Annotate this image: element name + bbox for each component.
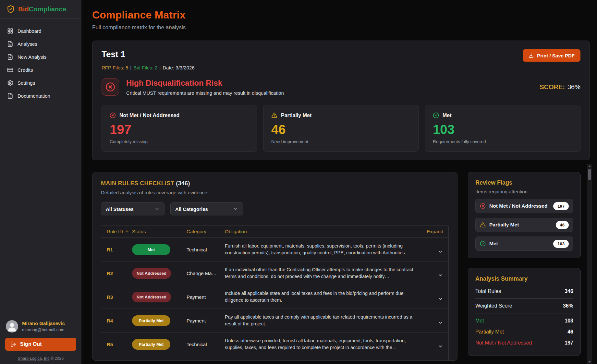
user-info: Mirano Galijasevic miranog@hotmail.com <box>5 320 76 333</box>
print-save-pdf-label: Print / Save PDF <box>537 53 575 58</box>
checklist-title: MAIN RULES CHECKLIST (346) <box>101 180 449 187</box>
sidebar-item-label: Settings <box>18 80 35 86</box>
review-flags-subtitle: Items requiring attention <box>475 189 573 194</box>
column-status[interactable]: Status <box>132 229 187 234</box>
status-filter-value: All Statuses <box>106 206 134 212</box>
status-badge: Partially Met <box>132 339 170 350</box>
sidebar-item-label: Analyses <box>18 41 37 47</box>
file-text-icon <box>7 41 13 47</box>
rule-id: R1 <box>101 247 132 252</box>
checklist-subtitle: Detailed analysis of rules coverage with… <box>101 190 449 195</box>
scroll-down-arrow[interactable] <box>587 359 592 364</box>
app-window: BidCompliance Dashboard Analyses New Ana… <box>0 0 597 364</box>
x-circle-icon <box>480 203 486 209</box>
table-row: R5 Partially Met Technical Unless otherw… <box>101 333 448 356</box>
rules-checklist-card: MAIN RULES CHECKLIST (346) Detailed anal… <box>92 172 457 361</box>
sidebar-nav: Dashboard Analyses New Analysis Credits … <box>0 18 81 108</box>
check-circle-icon <box>433 112 439 118</box>
table-row: R3 Not Addressed Payment Include all app… <box>101 285 448 309</box>
log-out-icon <box>10 341 16 347</box>
company-link[interactable]: Sharp Logica, Inc <box>18 356 49 361</box>
expand-chevron-icon[interactable] <box>438 296 443 302</box>
chevron-down-icon <box>233 206 238 212</box>
column-category[interactable]: Category <box>187 229 225 234</box>
stat-caption: Requirements fully covered <box>433 139 572 144</box>
analysis-summary-title: Analysis Summary <box>475 275 573 282</box>
rules-table: Rule ID Status Category Obligation Expan… <box>101 225 449 361</box>
stat-caption: Completely missing <box>110 139 249 144</box>
scrollbar-thumb[interactable] <box>588 169 591 180</box>
credit-card-icon <box>7 67 13 73</box>
file-plus-icon <box>7 54 13 60</box>
sidebar-item-new-analysis[interactable]: New Analysis <box>4 50 78 63</box>
flag-label: Not Met / Not Addressed <box>489 203 547 209</box>
flag-partially-met[interactable]: Partially Met 46 <box>475 218 573 232</box>
sidebar-item-documentation[interactable]: Documentation <box>4 89 78 102</box>
category-filter-dropdown[interactable]: All Categories <box>170 202 243 215</box>
scroll-up-arrow[interactable] <box>587 164 592 168</box>
print-save-pdf-button[interactable]: Print / Save PDF <box>523 49 580 62</box>
stat-value: 46 <box>271 122 411 137</box>
rule-id: R3 <box>101 294 132 300</box>
table-row-clipped <box>101 356 448 361</box>
sidebar-item-dashboard[interactable]: Dashboard <box>4 24 78 37</box>
sign-out-button[interactable]: Sign Out <box>5 338 76 351</box>
rule-category: Change Ma… <box>187 271 225 276</box>
expand-chevron-icon[interactable] <box>438 273 443 278</box>
main-content: Compliance Matrix Full compliance matrix… <box>82 0 597 364</box>
risk-title: High Disqualification Risk <box>126 79 284 88</box>
flag-label: Partially Met <box>489 222 519 228</box>
vertical-scrollbar[interactable] <box>587 164 592 364</box>
rule-obligation: Pay all applicable taxes and comply with… <box>225 314 420 327</box>
status-badge: Met <box>132 244 170 255</box>
brand-name: BidCompliance <box>18 6 66 13</box>
analysis-meta: RFP Files: 5|Bid Files: 2|Date: 3/3/2026 <box>102 65 580 70</box>
score-label: SCORE: <box>540 83 565 91</box>
rule-category: Technical <box>187 342 225 347</box>
page-subtitle: Full compliance matrix for the analysis <box>92 24 590 31</box>
shield-check-icon <box>6 5 15 13</box>
summary-row-not-met: Not Met / Not Addressed197 <box>475 337 573 348</box>
expand-chevron-icon[interactable] <box>438 344 443 349</box>
analysis-date: Date: 3/3/2026 <box>163 65 194 70</box>
column-expand: Expand <box>420 229 448 234</box>
x-circle-icon <box>110 112 116 118</box>
stat-met: Met 103 Requirements fully covered <box>425 105 580 152</box>
rule-id: R5 <box>101 342 132 347</box>
flag-count-badge: 197 <box>553 202 569 210</box>
score: SCORE:36% <box>540 83 580 91</box>
summary-row-total-rules: Total Rules346 <box>475 284 573 299</box>
analysis-summary-card: Analysis Summary Total Rules346 Weighted… <box>468 268 581 356</box>
stat-not-met: Not Met / Not Addressed 197 Completely m… <box>102 105 257 152</box>
expand-chevron-icon[interactable] <box>438 249 443 254</box>
stat-label: Met <box>443 113 452 118</box>
expand-chevron-icon[interactable] <box>438 320 443 325</box>
copyright: Sharp Logica, Inc © 2026 <box>5 356 76 361</box>
brand-logo: BidCompliance <box>0 0 81 18</box>
status-badge: Not Addressed <box>132 292 171 302</box>
rule-obligation: Include all applicable state and local t… <box>225 290 420 304</box>
sidebar-item-credits[interactable]: Credits <box>4 63 78 76</box>
stat-partially-met: Partially Met 46 Need improvement <box>263 105 419 152</box>
flag-met[interactable]: Met 103 <box>475 237 573 251</box>
column-obligation[interactable]: Obligation <box>225 229 420 234</box>
stat-label: Not Met / Not Addressed <box>119 113 179 118</box>
column-rule-id[interactable]: Rule ID <box>101 229 132 234</box>
stat-caption: Need improvement <box>271 139 411 144</box>
download-icon <box>529 53 534 58</box>
status-badge: Not Addressed <box>132 268 171 279</box>
table-header-row: Rule ID Status Category Obligation Expan… <box>101 225 448 238</box>
chevron-down-icon <box>154 206 160 212</box>
gear-icon <box>7 80 13 86</box>
file-text-icon <box>7 93 13 99</box>
right-panel: Review Flags Items requiring attention N… <box>468 172 581 356</box>
sidebar-footer: Mirano Galijasevic miranog@hotmail.com S… <box>0 314 81 364</box>
flag-not-met[interactable]: Not Met / Not Addressed 197 <box>475 199 573 213</box>
avatar <box>6 320 18 333</box>
sidebar-item-analyses[interactable]: Analyses <box>4 37 78 50</box>
summary-row-partially-met: Partially Met46 <box>475 326 573 337</box>
table-row: R1 Met Technical Furnish all labor, equi… <box>101 238 448 261</box>
status-filter-dropdown[interactable]: All Statuses <box>101 202 164 215</box>
rule-category: Technical <box>187 247 225 252</box>
sidebar-item-settings[interactable]: Settings <box>4 76 78 89</box>
